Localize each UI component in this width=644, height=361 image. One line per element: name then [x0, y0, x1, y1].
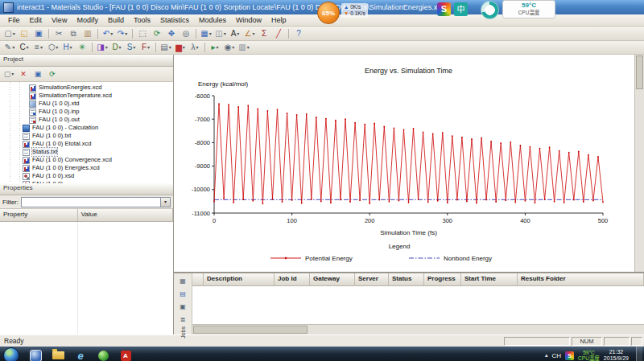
view-orientation-icon[interactable]: ▦▾ [200, 27, 213, 40]
explorer-taskbar-button[interactable] [48, 348, 68, 361]
save-project-icon[interactable]: ▣ [31, 68, 44, 80]
clean-icon[interactable]: ✳ [76, 41, 89, 54]
network-speed-widget[interactable]: ▲ 0K/s ▼ 0.1K/s [341, 3, 368, 18]
cut-icon[interactable]: ✂ [52, 27, 65, 40]
resize-grip[interactable] [631, 337, 642, 346]
animation-icon[interactable]: ▸▾ [208, 41, 221, 54]
menu-tools[interactable]: Tools [129, 14, 155, 26]
jobs-column-server[interactable]: Server [355, 273, 389, 285]
menu-build[interactable]: Build [103, 14, 129, 26]
sogou-tray-icon[interactable]: S [565, 351, 574, 360]
menu-file[interactable]: File [3, 14, 25, 26]
table-view-icon[interactable]: ▤▾ [159, 41, 172, 54]
jobs-column-description[interactable]: Description [204, 273, 275, 285]
tree-item[interactable]: FAU (1 0 0) Etotal.xcd [0, 140, 173, 148]
label-icon[interactable]: A▾ [229, 27, 242, 40]
display-style-icon[interactable]: ◫▾ [214, 27, 227, 40]
tree-item[interactable]: SimulationEnergies.xcd [0, 84, 173, 92]
jobs-column-start-time[interactable]: Start Time [461, 273, 518, 285]
menu-edit[interactable]: Edit [25, 14, 47, 26]
tree-item[interactable]: FAU (1 0 0).xsd [0, 172, 173, 180]
tree-item[interactable]: FAU (1 0 0).out [0, 116, 173, 124]
help-icon[interactable]: ? [292, 27, 305, 40]
jobs-column-job-id[interactable]: Job Id [275, 273, 310, 285]
job-explorer-icon[interactable]: ▦ [177, 276, 188, 287]
tree-item[interactable]: FAU (1 0 0) [0, 180, 173, 183]
open-icon[interactable]: ◱ [18, 27, 31, 40]
tree-item[interactable]: FAU (1 0 0).xtd [0, 100, 173, 108]
save-icon[interactable]: ▣ [32, 27, 45, 40]
tree-item[interactable]: FAU (1 0 0) Convergence.xcd [0, 156, 173, 164]
element-picker-icon[interactable]: C▾ [18, 41, 31, 54]
menu-statistics[interactable]: Statistics [155, 14, 194, 26]
pdf-taskbar-button[interactable]: A [116, 348, 135, 361]
properties-column-property[interactable]: Property [0, 209, 78, 221]
tree-item[interactable]: SimulationTemperature.xcd [0, 92, 173, 100]
measure-icon[interactable]: ∠▾ [243, 27, 256, 40]
selection-tool-icon[interactable]: ⬚ [136, 27, 149, 40]
accelerator-ball-widget[interactable]: 65% [317, 2, 340, 24]
jobs-column-status[interactable]: Status [389, 273, 424, 285]
tray-cpu-temp[interactable]: 59°C CPU温度 [578, 350, 600, 361]
menu-window[interactable]: Window [231, 14, 266, 26]
modules-menu-icon[interactable]: ◨▾ [96, 41, 109, 54]
job-view-icon[interactable]: ▤ [177, 289, 188, 300]
sketch-tool-icon[interactable]: ✎▾ [3, 41, 16, 54]
menu-modify[interactable]: Modify [72, 14, 103, 26]
tray-chevron-icon[interactable]: ▴ [545, 352, 548, 359]
tree-item[interactable]: FAU (1 0 0).txt [0, 132, 173, 140]
adjust-hydrogen-icon[interactable]: H▾ [61, 41, 74, 54]
undo-icon[interactable]: ↶▾ [101, 27, 114, 40]
tree-item[interactable]: FAU (1 0 0) Energies.xcd [0, 164, 173, 172]
jobs-column-gateway[interactable]: Gateway [310, 273, 355, 285]
tree-item[interactable]: FAU (1 0 0) - Calculation [0, 124, 173, 132]
properties-view-icon[interactable]: ▥▾ [237, 41, 250, 54]
tree-item[interactable]: FAU (1 0 0).inp [0, 108, 173, 116]
graph-view-icon[interactable]: ▆▾ [174, 41, 187, 54]
jobs-column-progress[interactable]: Progress [424, 273, 461, 285]
ie-taskbar-button[interactable]: e [71, 348, 90, 361]
zoom-tool-icon[interactable]: ◎ [180, 27, 192, 40]
show-desktop-button[interactable] [636, 347, 642, 361]
jobs-column-results-folder[interactable]: Results Folder [518, 273, 644, 285]
properties-column-value[interactable]: Value [78, 209, 173, 221]
materials-studio-taskbar-button[interactable] [26, 348, 45, 361]
scrollbar-thumb[interactable] [193, 326, 308, 334]
browser-taskbar-button[interactable] [93, 348, 113, 361]
redo-icon[interactable]: ↷▾ [116, 27, 129, 40]
forcite-module-icon[interactable]: F▾ [139, 41, 152, 54]
start-button[interactable] [3, 347, 19, 361]
server-console-icon[interactable]: ▣ [177, 302, 188, 313]
language-indicator[interactable]: CH [552, 352, 562, 359]
scrollbar-thumb[interactable] [636, 55, 643, 89]
jobs-vertical-tab[interactable]: Jobs [180, 326, 186, 338]
menu-help[interactable]: Help [266, 14, 291, 26]
paste-icon[interactable]: ▥ [81, 27, 94, 40]
chinese-input-badge[interactable]: 中 [454, 2, 468, 16]
delete-item-icon[interactable]: ✕ [17, 68, 30, 80]
taskbar-clock[interactable]: 21:32 2015/9/29 [604, 349, 629, 361]
calculate-icon[interactable]: Σ [258, 27, 270, 40]
camera-icon[interactable]: ◉▾ [223, 41, 236, 54]
script-icon[interactable]: λ▾ [188, 41, 201, 54]
tree-item[interactable]: Status.txt [0, 148, 173, 156]
discover-module-icon[interactable]: D▾ [110, 41, 123, 54]
bond-type-icon[interactable]: ≡▾ [32, 41, 45, 54]
chart-vertical-scrollbar[interactable] [634, 55, 644, 272]
chart-viewer-icon[interactable]: ╱ [272, 27, 285, 40]
menu-view[interactable]: View [47, 14, 72, 26]
ring-sketch-icon[interactable]: ⬡▾ [47, 41, 60, 54]
filter-dropdown[interactable]: ▾ [21, 197, 171, 207]
jobs-table-body[interactable] [192, 286, 644, 324]
rotate-tool-icon[interactable]: ⟳ [151, 27, 163, 40]
new-item-icon[interactable]: ▢▾ [2, 68, 15, 80]
refresh-project-icon[interactable]: ⟳ [46, 68, 59, 80]
jobs-horizontal-scrollbar[interactable] [192, 324, 644, 334]
translate-tool-icon[interactable]: ✥ [165, 27, 178, 40]
menu-modules[interactable]: Modules [194, 14, 231, 26]
properties-grid-body[interactable] [0, 222, 173, 334]
cpu-temp-widget[interactable]: 59°C CPU温度 [502, 0, 555, 18]
sorption-module-icon[interactable]: S▾ [125, 41, 138, 54]
chart-document[interactable]: Energy vs. Simulation TimeEnergy (kcal/m… [174, 55, 635, 272]
job-queue-icon[interactable]: ≣ [177, 314, 188, 326]
